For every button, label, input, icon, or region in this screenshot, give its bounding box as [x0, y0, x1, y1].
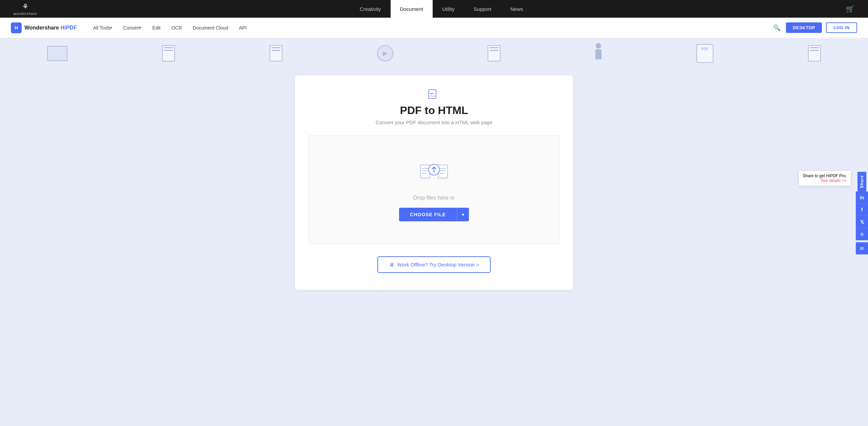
pdf-html-icon: PDF ▬▬▬▬	[428, 89, 440, 101]
banner-element-5	[488, 45, 500, 61]
banner-element-2	[162, 45, 175, 61]
banner-play-btn: ▶	[377, 45, 393, 61]
logo-text: wondershare	[14, 12, 37, 16]
bookmark-button[interactable]: ☆	[856, 228, 868, 240]
drop-text: Drop files here or	[413, 195, 455, 201]
cart-icon[interactable]: 🛒	[846, 5, 854, 13]
banner-doc-zip	[162, 45, 175, 61]
converter-title-area: PDF ▬▬▬▬ PDF to HTML Convert your PDF do…	[309, 89, 559, 125]
banner-element-4: ▶	[377, 45, 393, 61]
converter-card: PDF ▬▬▬▬ PDF to HTML Convert your PDF do…	[295, 75, 573, 290]
main-content: PDF ▬▬▬▬ PDF to HTML Convert your PDF do…	[0, 69, 868, 426]
page-title: PDF to HTML	[309, 104, 559, 117]
share-promo-text: Share to get HiPDF Pro.	[803, 173, 847, 178]
secondary-navigation: H Wondershare HiPDF All Tools Convert Ed…	[0, 18, 868, 38]
nav-item-creativity[interactable]: Creativity	[350, 0, 391, 18]
banner-element-6	[595, 43, 602, 63]
secondary-nav-links: All Tools Convert Edit OCR Document Clou…	[87, 18, 772, 38]
banner-content: ▶ PDF	[0, 38, 868, 69]
upload-icon	[419, 158, 449, 185]
offline-section: 🖥 Work Offline? Try Desktop Version >	[309, 256, 559, 273]
twitter-share-button[interactable]: 𝕏	[856, 216, 868, 228]
choose-file-button[interactable]: CHOOSE FILE	[399, 208, 457, 221]
choose-file-wrapper: CHOOSE FILE ▾	[399, 208, 469, 221]
monitor-icon: 🖥	[389, 262, 394, 267]
nav-all-tools[interactable]: All Tools	[87, 18, 118, 38]
search-button[interactable]: 🔍	[772, 23, 782, 33]
choose-file-dropdown-button[interactable]: ▾	[457, 208, 469, 221]
page-subtitle: Convert your PDF document into a HTML we…	[309, 119, 559, 125]
banner-element-7: PDF	[696, 44, 713, 63]
banner-element-3	[270, 45, 282, 61]
svg-rect-7	[438, 165, 448, 178]
nav-convert[interactable]: Convert	[118, 18, 147, 38]
banner-person	[595, 43, 602, 63]
brand-logo-text: Wondershare HiPDF	[24, 25, 77, 31]
banner-doc-img	[488, 45, 500, 61]
banner-doc-w	[270, 45, 282, 61]
top-nav-links: Creativity Document Utility Support News	[350, 0, 533, 18]
hipdf-logo-icon: H	[11, 22, 22, 33]
nav-edit[interactable]: Edit	[147, 18, 166, 38]
upload-icon-wrapper	[419, 158, 449, 187]
banner-doc-html	[808, 45, 821, 61]
email-share-button[interactable]: ✉	[856, 242, 868, 255]
logo-icon: ⚘	[22, 2, 28, 11]
banner-pdf-doc: PDF	[696, 44, 713, 63]
share-sidebar: Share in f 𝕏 ☆ ✉	[856, 171, 868, 254]
login-button[interactable]: LOG IN	[826, 22, 857, 33]
nav-item-news[interactable]: News	[501, 0, 533, 18]
share-label[interactable]: Share	[857, 171, 866, 191]
wondershare-logo[interactable]: ⚘ wondershare	[14, 2, 37, 16]
nav-item-utility[interactable]: Utility	[433, 0, 464, 18]
svg-rect-3	[420, 165, 430, 178]
nav-item-document[interactable]: Document	[391, 0, 433, 18]
banner-element-8	[808, 45, 821, 61]
nav-document-cloud[interactable]: Document Cloud	[188, 18, 234, 38]
desktop-button[interactable]: DESKTOP	[786, 22, 822, 33]
hero-banner: ▶ PDF	[0, 38, 868, 69]
secondary-nav-right: 🔍 DESKTOP LOG IN	[772, 22, 857, 33]
share-promo-link[interactable]: See details >>	[821, 178, 847, 183]
top-nav-right: 🛒	[846, 5, 854, 13]
drop-area[interactable]: Drop files here or CHOOSE FILE ▾	[309, 135, 559, 244]
banner-element-1	[47, 46, 67, 61]
banner-box-1	[47, 46, 67, 61]
offline-btn-label: Work Offline? Try Desktop Version >	[397, 262, 479, 267]
nav-item-support[interactable]: Support	[464, 0, 501, 18]
facebook-share-button[interactable]: f	[856, 204, 868, 216]
linkedin-share-button[interactable]: in	[856, 191, 868, 204]
nav-ocr[interactable]: OCR	[166, 18, 187, 38]
nav-api[interactable]: API	[234, 18, 252, 38]
brand-logo[interactable]: H Wondershare HiPDF	[11, 22, 77, 33]
svg-text:▬▬▬▬: ▬▬▬▬	[430, 95, 436, 97]
top-navigation: ⚘ wondershare Creativity Document Utilit…	[0, 0, 868, 18]
offline-desktop-button[interactable]: 🖥 Work Offline? Try Desktop Version >	[377, 256, 491, 273]
share-promo-tooltip: Share to get HiPDF Pro. See details >>	[798, 170, 851, 186]
